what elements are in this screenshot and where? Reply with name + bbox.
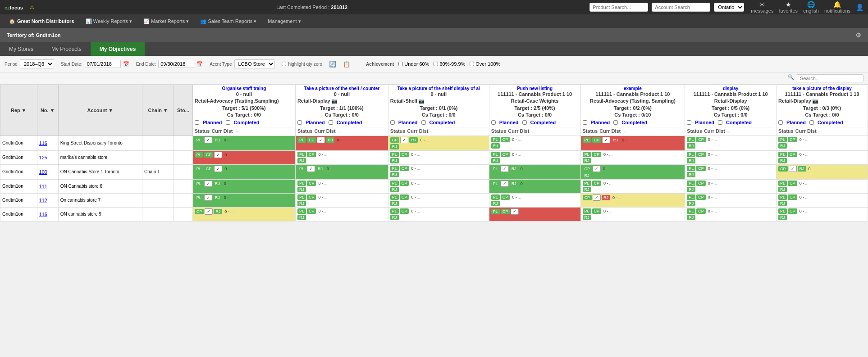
btn-rj-r4-c4[interactable]: RJ <box>602 195 610 200</box>
obj-cell-r1-c5[interactable]: PLCP0 -...RJ <box>685 150 777 164</box>
obj-planned-0-checkbox[interactable] <box>195 120 199 125</box>
nav-home[interactable]: 🏠 Great North Distributors <box>5 17 79 26</box>
btn-rj-sub-r4-c6[interactable]: RJ <box>778 201 787 206</box>
obj-cell-r3-c0[interactable]: PL✓RJ0 -... <box>192 179 295 193</box>
obj-completed-4-checkbox[interactable] <box>613 120 618 125</box>
btn-pl-r0-c6[interactable]: PL <box>778 137 787 142</box>
btn-check-r0-c2[interactable]: ✓ <box>400 137 408 143</box>
dots-r0-c1[interactable]: ... <box>343 138 346 142</box>
obj-cell-r0-c0[interactable]: PL✓RJ0 -... <box>192 136 295 150</box>
btn-cp-r5-c3[interactable]: CP <box>501 209 510 214</box>
favorites-icon[interactable]: ★favorites <box>779 1 798 14</box>
dots-r5-c4[interactable]: ... <box>609 209 613 213</box>
obj-planned-3-checkbox[interactable] <box>491 120 496 125</box>
obj-planned-6-checkbox[interactable] <box>778 120 783 125</box>
col-rep-header[interactable]: Rep ▼ <box>0 85 37 136</box>
btn-pl-r0-c3[interactable]: PL <box>491 137 500 142</box>
btn-cp-r0-c4[interactable]: CP <box>592 137 602 143</box>
btn-check-r3-c0[interactable]: ✓ <box>204 181 212 187</box>
obj-cell-r4-c1[interactable]: PLCP0 -...RJ <box>295 193 388 207</box>
btn-pl-r2-c5[interactable]: PL <box>687 166 695 171</box>
btn-rj-sub-r4-c3[interactable]: RJ <box>491 201 500 206</box>
btn-check-r4-c4[interactable]: ✓ <box>593 194 601 201</box>
dots-r1-c3[interactable]: ... <box>518 152 521 157</box>
obj-cell-r3-c3[interactable]: PL✓RJ0 -... <box>489 179 580 193</box>
btn-rj-r0-c2[interactable]: RJ <box>409 137 418 143</box>
no-cell[interactable]: 112 <box>37 193 58 207</box>
btn-rj-sub-r0-c6[interactable]: RJ <box>778 143 787 149</box>
obj-cell-r4-c2[interactable]: PLCP0 -...RJ <box>388 193 489 207</box>
nav-management[interactable]: Management ▾ <box>263 17 305 26</box>
obj-title-1[interactable]: Take a picture of the shelf / counter <box>297 86 386 91</box>
btn-rj-sub-r1-c4[interactable]: RJ <box>583 158 591 163</box>
obj-cell-r2-c3[interactable]: PL✓RJ0 -... <box>489 164 580 179</box>
product-search-input[interactable] <box>589 3 648 12</box>
dots-r5-c6[interactable]: ... <box>805 209 809 213</box>
dots-r0-c5[interactable]: ... <box>713 137 717 142</box>
obj-cell-r1-c4[interactable]: PLCP0 -...RJ <box>580 150 685 164</box>
obj-completed-5-checkbox[interactable] <box>718 120 722 125</box>
dots-r1-c4[interactable]: ... <box>609 152 613 157</box>
dots-r4-c2[interactable]: ... <box>417 195 420 199</box>
btn-rj-sub-r3-c1[interactable]: RJ <box>297 187 306 192</box>
btn-rj-sub-r1-c1[interactable]: RJ <box>297 158 306 163</box>
btn-cp-r5-c0[interactable]: CP <box>195 209 204 214</box>
obj-cell-r3-c5[interactable]: PLCP0 -...RJ <box>685 179 777 193</box>
dots-r3-c3[interactable]: ... <box>526 181 530 186</box>
obj-dots-0[interactable]: ... <box>234 129 238 133</box>
no-cell[interactable]: 116 <box>37 207 58 221</box>
btn-rj-sub-r5-c5[interactable]: RJ <box>687 215 695 220</box>
obj-title-0[interactable]: Organise staff traing <box>195 86 293 91</box>
obj-cell-r4-c6[interactable]: PLCP0 -...RJ <box>777 193 868 207</box>
btn-pl-r4-c5[interactable]: PL <box>687 194 695 200</box>
tab-my-stores[interactable]: My Stores <box>0 42 42 56</box>
obj-completed-2-checkbox[interactable] <box>421 120 426 125</box>
no-cell-link[interactable]: 116 <box>39 212 47 217</box>
obj-cell-r2-c4[interactable]: CP✓0 -...RJ <box>580 164 685 179</box>
btn-rj-sub-r5-c6[interactable]: RJ <box>778 215 787 220</box>
btn-cp-r4-c6[interactable]: CP <box>788 194 797 200</box>
btn-pl-r0-c1[interactable]: PL <box>297 137 306 143</box>
btn-pl-r0-c4[interactable]: PL <box>583 137 591 143</box>
btn-pl-r0-c0[interactable]: PL <box>195 137 203 143</box>
no-cell[interactable]: 100 <box>37 164 58 179</box>
btn-rj-sub-r1-c2[interactable]: RJ <box>390 158 399 163</box>
btn-rj-r5-c0[interactable]: RJ <box>214 209 222 214</box>
btn-check-r5-c3[interactable]: ✓ <box>511 208 519 215</box>
btn-cp-r1-c1[interactable]: CP <box>307 152 316 157</box>
obj-title-4[interactable]: example <box>583 86 683 91</box>
btn-pl-r2-c1[interactable]: PL <box>297 166 306 172</box>
btn-pl-r5-c5[interactable]: PL <box>687 208 695 214</box>
btn-pl-r1-c6[interactable]: PL <box>778 152 787 157</box>
btn-pl-r4-c0[interactable]: PL <box>195 195 203 200</box>
btn-cp-r5-c6[interactable]: CP <box>788 208 797 214</box>
btn-check-r2-c1[interactable]: ✓ <box>307 166 315 172</box>
btn-check-r0-c0[interactable]: ✓ <box>204 137 212 143</box>
btn-pl-r5-c4[interactable]: PL <box>583 208 591 214</box>
obj-dots-6[interactable]: ... <box>818 129 822 133</box>
btn-rj-r0-c1[interactable]: RJ <box>326 137 334 143</box>
btn-pl-r3-c0[interactable]: PL <box>195 181 203 186</box>
btn-check-r2-c0[interactable]: ✓ <box>214 166 222 172</box>
btn-rj-sub-r3-c2[interactable]: RJ <box>390 187 399 192</box>
btn-cp-r0-c3[interactable]: CP <box>501 137 510 142</box>
btn-pl-r3-c3[interactable]: PL <box>491 181 500 186</box>
ach-under60-checkbox[interactable] <box>398 62 403 66</box>
no-cell-link[interactable]: 111 <box>39 184 47 189</box>
obj-dots-1[interactable]: ... <box>338 129 341 133</box>
btn-rj-sub-r4-c5[interactable]: RJ <box>687 201 695 206</box>
btn-cp-r5-c4[interactable]: CP <box>592 208 602 214</box>
end-date-calendar-icon[interactable]: 📅 <box>196 61 203 67</box>
dots-r3-c2[interactable]: ... <box>417 181 420 185</box>
btn-cp-r1-c2[interactable]: CP <box>400 152 409 157</box>
obj-dots-2[interactable]: ... <box>430 129 434 133</box>
obj-dots-3[interactable]: ... <box>531 129 535 133</box>
btn-cp-r2-c0[interactable]: CP <box>204 166 214 172</box>
obj-cell-r3-c2[interactable]: PLCP0 -...RJ <box>388 179 489 193</box>
btn-rj-sub-r4-c2[interactable]: RJ <box>390 201 399 206</box>
btn-rj-sub-r3-c4[interactable]: RJ <box>583 187 591 192</box>
btn-rj-sub-r0-c2[interactable]: RJ <box>390 144 399 149</box>
col-chain-header[interactable]: Chain ▼ <box>142 85 174 136</box>
messages-icon[interactable]: ✉messages <box>751 1 773 14</box>
dots-r1-c2[interactable]: ... <box>417 152 420 157</box>
